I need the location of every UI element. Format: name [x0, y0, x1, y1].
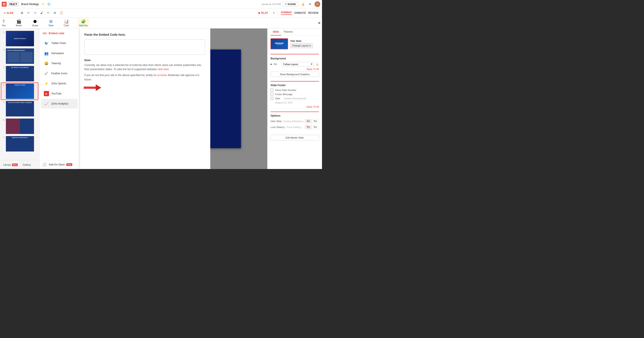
fill-dropdown[interactable]: Follow Layout ▾	[282, 62, 314, 66]
mail-icon[interactable]: ✉	[308, 2, 312, 7]
insert-toolbar: T Text 🎬 Media ⬟ Shape ⊞ Table 📊 Chart 🧩…	[0, 18, 322, 29]
apply-to-all-1[interactable]: Apply To All	[270, 68, 319, 70]
layout-row: Title Slide Change Layout ▾	[270, 38, 319, 49]
addon-sprints[interactable]: ⚡ Zoho Sprints	[41, 79, 78, 88]
cut-btn[interactable]: ✂	[46, 10, 51, 16]
hide-slide-labels: Hide Slide ( During Slideshow )	[270, 120, 304, 123]
top-bar-right: Saved at 3:23 PM ⤴ SHARE 🔔 ✉ U	[262, 1, 320, 7]
lock-slide-toggle[interactable]: No Yes	[305, 125, 319, 129]
let-us-know-link[interactable]: let us know.	[154, 74, 167, 77]
app-logo	[2, 2, 6, 7]
background-section: Background ▶ Fill Follow Layout ▾ 🔒 Appl…	[268, 54, 322, 81]
embed-note-text-1: Currently, we allow only a selected list…	[84, 63, 205, 72]
layout-icon-btn[interactable]: ⊞	[19, 10, 25, 16]
fill-chevron[interactable]: ▶	[270, 63, 272, 65]
footer-message-checkbox[interactable]	[270, 93, 273, 96]
svg-rect-3	[4, 5, 6, 6]
embed-code-row[interactable]: </> Embed code	[40, 29, 79, 38]
show-slide-number-checkbox[interactable]	[270, 89, 273, 91]
settings-button[interactable]: ⚙	[316, 20, 322, 26]
paste-btn[interactable]: 📋	[59, 10, 64, 16]
addon-youtube[interactable]: ▶ YouTube	[41, 89, 78, 98]
tab-format[interactable]: FORMAT	[281, 11, 292, 15]
addon-analytics[interactable]: 📈 Zoho Analytics	[41, 99, 78, 109]
main-content: 1 BRAND STRATEGY 2 DEFINE YOUR BRAND MES…	[0, 29, 322, 169]
chart-insert-icon: 📊	[64, 19, 69, 24]
slide-thumb-5[interactable]: 5 FOCUS ON YOUR TARGET AUDIENCE	[1, 100, 38, 117]
insert-shape-label: Shape	[32, 24, 38, 27]
slide-preview-2: DEFINE YOUR BRAND MESSAGE	[6, 48, 34, 64]
insert-media[interactable]: 🎬 Media	[14, 18, 24, 28]
addon-humaaans-label: Humaaans	[51, 52, 64, 55]
insert-addons[interactable]: 🧩 Add-Ons	[77, 18, 89, 28]
insert-text[interactable]: T Text	[0, 19, 8, 28]
canvas-area: CR This slide content would normally inc…	[40, 29, 267, 169]
lock-slide-yes[interactable]: Yes	[312, 125, 319, 129]
slide-thumb-7[interactable]: 7 MAINTAIN CONSISTENCY	[1, 135, 38, 152]
insert-table[interactable]: ⊞ Table	[47, 18, 56, 28]
date-checkbox[interactable]	[270, 97, 273, 100]
redo-btn[interactable]: ↪	[32, 10, 38, 16]
library-button[interactable]: Library New	[1, 162, 20, 167]
format-painter-btn[interactable]: 🖌	[39, 10, 45, 16]
tab-animate[interactable]: ANIMATE	[294, 12, 306, 15]
layout-name: Title Slide	[290, 40, 313, 42]
gallery-label: Gallery	[22, 163, 31, 166]
tab-slide[interactable]: Slide	[270, 29, 281, 36]
slide-preview-5: FOCUS ON YOUR TARGET AUDIENCE	[6, 101, 34, 117]
lock-slide-sublabel: ( From Editing )	[285, 126, 302, 128]
tab-themes[interactable]: Themes	[281, 29, 295, 36]
hide-slide-row: Hide Slide ( During Slideshow ) No Yes	[270, 119, 319, 123]
footer-msg-row: Footer Message	[270, 93, 319, 96]
add-slide-button[interactable]: + SLIDE	[2, 11, 16, 15]
addon-store-row[interactable]: 🛒 Add-On Store New	[40, 160, 79, 169]
undo-btn[interactable]: ↩	[26, 10, 32, 16]
addon-humaaans[interactable]: 👥 Humaaans	[41, 49, 78, 58]
slide-thumb-1[interactable]: 1 BRAND STRATEGY	[1, 30, 38, 47]
hide-slide-yes[interactable]: Yes	[312, 119, 319, 123]
user-avatar[interactable]: U	[314, 1, 320, 7]
slide-thumb-2[interactable]: 2 DEFINE YOUR BRAND MESSAGE	[1, 48, 38, 65]
youtube-icon: ▶	[44, 91, 49, 96]
show-slide-number-label: Show Slide Number	[275, 89, 296, 91]
hide-slide-no[interactable]: No	[305, 119, 312, 123]
slide-thumb-3[interactable]: 3 BE TRUE TO YOUR BRAND	[1, 65, 38, 82]
slide-thumb-6[interactable]: 6	[1, 118, 38, 135]
play-button[interactable]: ▶ PLAY	[257, 11, 270, 15]
change-layout-button[interactable]: Change Layout ▾	[290, 43, 313, 48]
click-here-link[interactable]: click here.	[158, 68, 170, 71]
globe-icon[interactable]: 🌐	[47, 2, 51, 6]
slide-thumb-4[interactable]: 4 CREATE A VOICE	[1, 83, 38, 100]
divider-1	[17, 11, 18, 15]
slide-panel: 1 BRAND STRATEGY 2 DEFINE YOUR BRAND MES…	[0, 29, 40, 169]
layout-section: Title Slide Change Layout ▾	[268, 36, 322, 54]
insert-chart[interactable]: 📊 Chart	[62, 18, 70, 28]
addon-twitter[interactable]: 🐦 Twitter Feed	[41, 38, 78, 48]
addon-sprints-label: Zoho Sprints	[51, 82, 66, 85]
hide-slide-toggle[interactable]: No Yes	[305, 119, 319, 123]
slide-preview-3: BE TRUE TO YOUR BRAND	[6, 66, 34, 82]
addon-feather[interactable]: 🖊 Feather Icons	[41, 69, 78, 78]
show-background-graphics-button[interactable]: Show Background Graphics	[270, 72, 319, 77]
addon-store-label: Add-On Store	[49, 163, 64, 166]
folder-icon[interactable]: 📁	[42, 2, 45, 6]
copy-btn[interactable]: ⧉	[52, 10, 58, 16]
file-menu-button[interactable]: FILE ▾	[8, 2, 18, 6]
red-arrow	[84, 83, 101, 93]
date-row: Date Update Automatically	[270, 97, 319, 100]
apply-to-all-2[interactable]: Apply To All	[270, 105, 319, 108]
share-button[interactable]: ⤴ SHARE	[283, 2, 298, 7]
play-icon: ▶	[258, 12, 260, 15]
lock-slide-no[interactable]: No	[305, 125, 312, 129]
insert-shape[interactable]: ⬟ Shape	[30, 18, 40, 28]
fill-lock-icon[interactable]: 🔒	[316, 63, 319, 66]
edit-master-slide-button[interactable]: Edit Master Slide	[270, 135, 319, 141]
play-dropdown-arrow[interactable]: ▾	[273, 12, 274, 15]
embed-code-input[interactable]	[84, 40, 205, 55]
store-new-badge: New	[66, 163, 72, 166]
notifications-icon[interactable]: 🔔	[300, 2, 305, 7]
addon-twemoji[interactable]: 😀 Twemoji	[41, 59, 78, 68]
gallery-button[interactable]: Gallery	[21, 162, 33, 167]
tab-review[interactable]: REVIEW	[308, 12, 318, 15]
top-bar: FILE ▾ Brand Strategy 📁 🌐 Saved at 3:23 …	[0, 0, 322, 8]
